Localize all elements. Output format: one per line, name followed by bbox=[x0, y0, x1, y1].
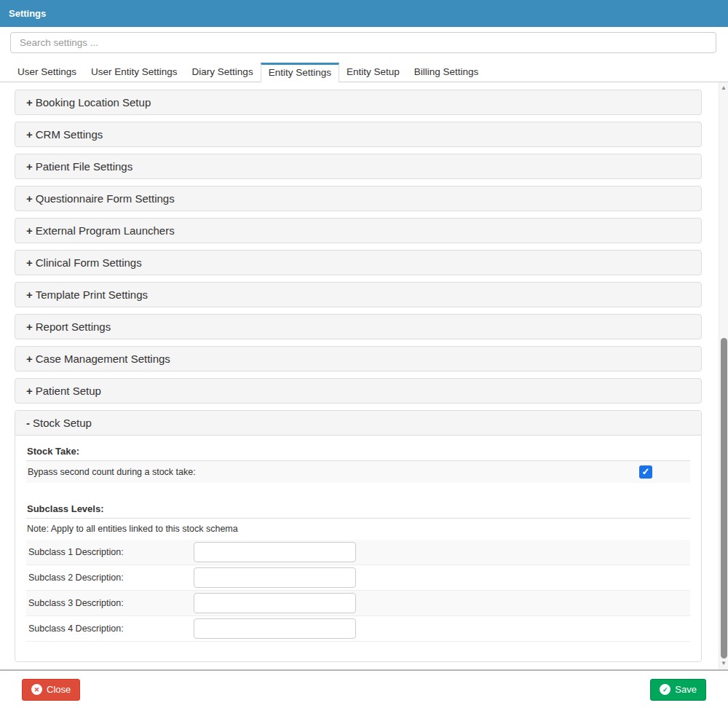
title-bar: Settings bbox=[0, 0, 728, 27]
expand-plus-icon: + bbox=[26, 353, 33, 365]
expand-plus-icon: + bbox=[26, 192, 33, 205]
accordion-questionnaire-form-settings[interactable]: +Questionnaire Form Settings bbox=[15, 186, 702, 211]
footer-bar: ✕ Close ✓ Save bbox=[0, 671, 728, 708]
accordion-label: External Program Launchers bbox=[36, 224, 175, 237]
accordion-crm-settings[interactable]: +CRM Settings bbox=[15, 122, 702, 147]
save-button[interactable]: ✓ Save bbox=[650, 679, 706, 701]
subclass-1-label: Subclass 1 Description: bbox=[26, 547, 194, 557]
expand-plus-icon: + bbox=[26, 385, 33, 397]
accordion-label: Template Print Settings bbox=[36, 288, 148, 301]
subclass-4-row: Subclass 4 Description: bbox=[26, 616, 690, 642]
close-button-label: Close bbox=[47, 684, 71, 695]
save-button-label: Save bbox=[675, 684, 697, 695]
subclass-2-input[interactable] bbox=[194, 567, 356, 588]
check-circle-icon: ✓ bbox=[660, 684, 670, 695]
bypass-second-count-row: Bypass second count during a stock take:… bbox=[26, 461, 690, 483]
tab-bar: User Settings User Entity Settings Diary… bbox=[0, 61, 728, 82]
scroll-up-arrow-icon[interactable]: ▲ bbox=[719, 85, 728, 91]
scrollbar-thumb[interactable] bbox=[721, 338, 727, 658]
accordion-label: Patient File Settings bbox=[36, 160, 132, 173]
settings-window: Settings User Settings User Entity Setti… bbox=[0, 0, 728, 708]
search-input[interactable] bbox=[10, 32, 716, 53]
expand-plus-icon: + bbox=[26, 224, 33, 237]
collapse-minus-icon: - bbox=[26, 417, 30, 429]
search-row bbox=[0, 27, 728, 61]
page-title: Settings bbox=[9, 8, 46, 19]
expand-plus-icon: + bbox=[26, 160, 33, 173]
subclass-2-label: Subclass 2 Description: bbox=[26, 573, 194, 583]
subclass-3-label: Subclass 3 Description: bbox=[26, 598, 194, 608]
settings-scroll-area: +Booking Location Setup +CRM Settings +P… bbox=[0, 82, 728, 669]
accordion-label: Booking Location Setup bbox=[36, 96, 151, 109]
tab-diary-settings[interactable]: Diary Settings bbox=[185, 63, 261, 82]
tab-entity-settings[interactable]: Entity Settings bbox=[261, 63, 339, 82]
expand-plus-icon: + bbox=[26, 128, 33, 141]
expand-plus-icon: + bbox=[26, 320, 33, 333]
stock-setup-body: Stock Take: Bypass second count during a… bbox=[15, 436, 701, 661]
accordion-label: Questionnaire Form Settings bbox=[36, 192, 175, 205]
accordion-label: Patient Setup bbox=[36, 385, 101, 397]
subclass-1-row: Subclass 1 Description: bbox=[26, 540, 690, 565]
accordion-stock-setup-header[interactable]: -Stock Setup bbox=[15, 411, 701, 436]
expand-plus-icon: + bbox=[26, 96, 33, 109]
bypass-second-count-checkbox[interactable]: ✓ bbox=[639, 465, 652, 479]
tab-entity-setup[interactable]: Entity Setup bbox=[339, 63, 407, 82]
subclass-1-input[interactable] bbox=[194, 542, 356, 562]
accordion-label: Case Management Settings bbox=[36, 353, 170, 365]
accordion-external-program-launchers[interactable]: +External Program Launchers bbox=[15, 218, 702, 243]
subclass-4-input[interactable] bbox=[194, 618, 356, 639]
subclass-3-input[interactable] bbox=[194, 593, 356, 613]
subclass-3-row: Subclass 3 Description: bbox=[26, 591, 690, 616]
tab-user-entity-settings[interactable]: User Entity Settings bbox=[84, 63, 185, 82]
stock-take-heading: Stock Take: bbox=[26, 441, 690, 461]
expand-plus-icon: + bbox=[26, 256, 33, 269]
close-circle-icon: ✕ bbox=[31, 684, 42, 695]
scroll-down-arrow-icon[interactable]: ▼ bbox=[719, 661, 728, 666]
accordion-label: Clinical Form Settings bbox=[36, 256, 142, 269]
accordion-template-print-settings[interactable]: +Template Print Settings bbox=[15, 282, 702, 307]
accordion-stock-setup-expanded: -Stock Setup Stock Take: Bypass second c… bbox=[15, 410, 702, 662]
accordion-patient-file-settings[interactable]: +Patient File Settings bbox=[15, 154, 702, 179]
accordion-patient-setup[interactable]: +Patient Setup bbox=[15, 378, 702, 404]
expand-plus-icon: + bbox=[26, 288, 33, 301]
subclass-levels-heading: Subclass Levels: bbox=[26, 499, 690, 519]
accordion-report-settings[interactable]: +Report Settings bbox=[15, 314, 702, 339]
accordion-booking-location-setup[interactable]: +Booking Location Setup bbox=[15, 90, 702, 115]
vertical-scrollbar[interactable]: ▲ ▼ bbox=[719, 82, 728, 669]
bypass-second-count-label: Bypass second count during a stock take: bbox=[28, 467, 196, 477]
tab-user-settings[interactable]: User Settings bbox=[10, 63, 84, 82]
accordion-case-management-settings[interactable]: +Case Management Settings bbox=[15, 346, 702, 371]
accordion-label: Stock Setup bbox=[33, 417, 92, 429]
accordion-list: +Booking Location Setup +CRM Settings +P… bbox=[0, 82, 728, 662]
subclass-4-label: Subclass 4 Description: bbox=[26, 624, 194, 634]
subclass-2-row: Subclass 2 Description: bbox=[26, 565, 690, 591]
accordion-label: CRM Settings bbox=[36, 128, 103, 141]
tab-billing-settings[interactable]: Billing Settings bbox=[407, 63, 486, 82]
accordion-label: Report Settings bbox=[36, 320, 111, 333]
accordion-clinical-form-settings[interactable]: +Clinical Form Settings bbox=[15, 250, 702, 275]
close-button[interactable]: ✕ Close bbox=[22, 679, 80, 701]
subclass-levels-note: Note: Apply to all entities linked to th… bbox=[26, 519, 690, 540]
